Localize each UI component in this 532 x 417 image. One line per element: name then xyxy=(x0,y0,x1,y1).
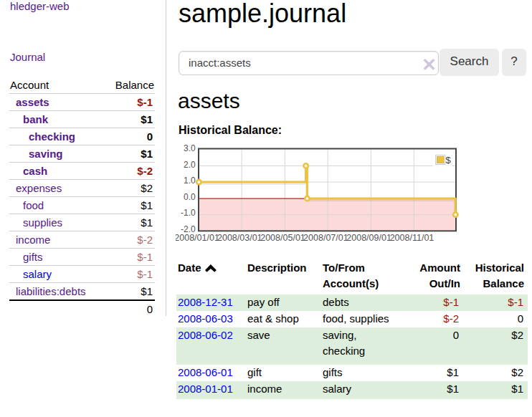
svg-text:2008/09/01: 2008/09/01 xyxy=(346,233,391,243)
svg-text:1.0: 1.0 xyxy=(184,176,196,186)
svg-text:2008/07/01: 2008/07/01 xyxy=(303,233,348,243)
svg-text:2008/03/01: 2008/03/01 xyxy=(217,233,262,243)
svg-text:2008/11/01: 2008/11/01 xyxy=(390,233,434,243)
svg-text:0.0: 0.0 xyxy=(184,192,196,202)
svg-text:2008/01/01: 2008/01/01 xyxy=(176,233,219,243)
svg-text:$: $ xyxy=(446,155,452,166)
svg-text:2.0: 2.0 xyxy=(184,160,196,170)
svg-text:2008/05/01: 2008/05/01 xyxy=(260,233,305,243)
svg-text:3.0: 3.0 xyxy=(184,143,196,153)
svg-text:-1.0: -1.0 xyxy=(181,208,196,218)
